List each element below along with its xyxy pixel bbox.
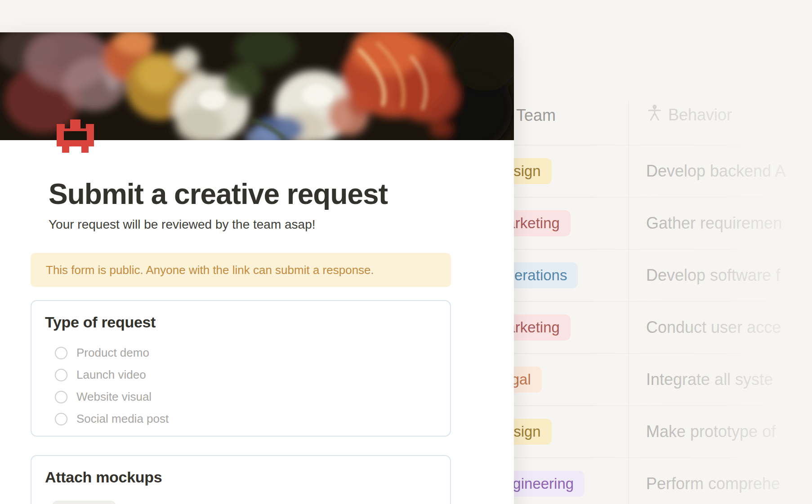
radio-option-website-visual[interactable]: Website visual — [55, 386, 450, 408]
radio-button[interactable] — [55, 347, 67, 359]
radio-option-label: Launch video — [76, 368, 146, 382]
behavior-cell: Develop backend A — [646, 162, 785, 181]
public-form-banner: This form is public. Anyone with the lin… — [31, 253, 451, 287]
behavior-cell: Gather requiremen — [646, 214, 782, 233]
radio-option-label: Product demo — [76, 346, 149, 360]
radio-group: Product demo Launch video Website visual… — [55, 342, 450, 430]
radio-option-product-demo[interactable]: Product demo — [55, 342, 450, 364]
behavior-cell: Make prototype of — [646, 422, 776, 441]
radio-button[interactable] — [55, 369, 67, 381]
radio-option-social-media-post[interactable]: Social media post — [55, 408, 450, 430]
upload-button[interactable] — [53, 501, 116, 504]
form-panel: Submit a creative request Your request w… — [0, 32, 514, 504]
behavior-cell: Conduct user acce — [646, 318, 781, 337]
column-header-behavior[interactable]: Behavior — [647, 104, 732, 125]
radio-button[interactable] — [55, 413, 67, 425]
question-card-attach-mockups: Attach mockups — [31, 455, 451, 504]
column-header-behavior-label: Behavior — [668, 106, 732, 124]
red-frame-icon[interactable] — [53, 118, 98, 156]
question-title: Attach mockups — [45, 469, 450, 486]
behavior-cell: Integrate all syste — [646, 370, 773, 389]
column-header-team[interactable]: Team — [516, 106, 556, 125]
person-icon — [647, 104, 662, 125]
behavior-cell: Perform comprehe — [646, 474, 780, 493]
radio-option-label: Website visual — [76, 390, 152, 404]
radio-button[interactable] — [55, 391, 67, 403]
behavior-cell: Develop software f — [646, 266, 780, 285]
radio-option-launch-video[interactable]: Launch video — [55, 364, 450, 386]
form-subtitle: Your request will be reviewed by the tea… — [49, 217, 316, 232]
screenshot-root: Team Behavior Design Develop backend A M… — [0, 0, 812, 504]
form-title: Submit a creative request — [49, 178, 388, 210]
radio-option-label: Social media post — [76, 412, 169, 426]
public-form-banner-text: This form is public. Anyone with the lin… — [46, 263, 374, 277]
question-title: Type of request — [45, 314, 450, 331]
question-card-type-of-request: Type of request Product demo Launch vide… — [31, 300, 451, 437]
